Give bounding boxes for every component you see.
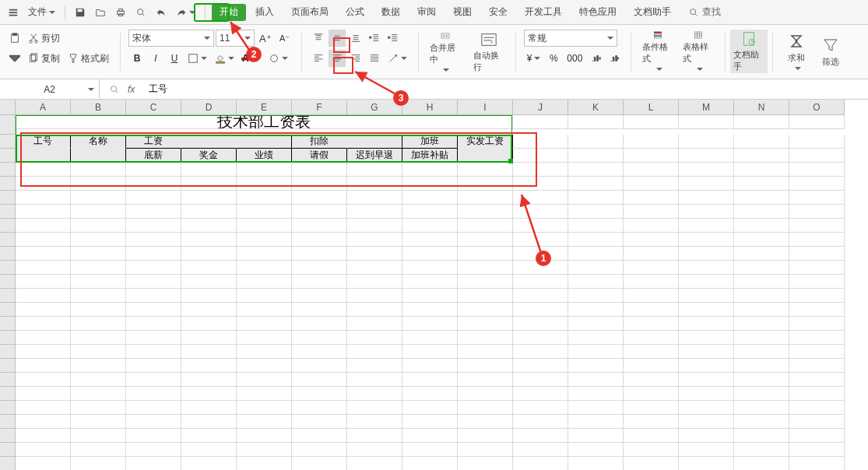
cell[interactable] xyxy=(292,387,347,401)
cell[interactable] xyxy=(624,205,679,219)
cell[interactable] xyxy=(734,359,789,373)
cell[interactable] xyxy=(789,359,845,373)
cell[interactable] xyxy=(458,415,513,429)
col-header-J[interactable]: J xyxy=(513,100,568,115)
cell[interactable] xyxy=(347,219,402,233)
cell[interactable] xyxy=(237,135,292,149)
increase-decimal-icon[interactable] xyxy=(587,50,604,67)
cell[interactable] xyxy=(16,443,71,457)
cell[interactable] xyxy=(71,457,126,470)
cell[interactable] xyxy=(568,163,624,177)
cell[interactable] xyxy=(679,233,734,247)
cell[interactable] xyxy=(402,275,458,289)
cell[interactable] xyxy=(237,401,292,415)
cell[interactable] xyxy=(402,261,458,275)
cell[interactable] xyxy=(624,219,679,233)
tab-4[interactable]: 数据 xyxy=(374,4,408,21)
cell[interactable] xyxy=(513,303,568,317)
cell[interactable] xyxy=(789,457,845,470)
cell[interactable] xyxy=(458,275,513,289)
cell[interactable] xyxy=(513,115,568,129)
cell[interactable] xyxy=(624,359,679,373)
cell[interactable] xyxy=(568,387,624,401)
cell[interactable] xyxy=(71,191,126,205)
row-header-24[interactable] xyxy=(0,443,16,457)
align-bottom-icon[interactable] xyxy=(347,30,364,47)
format-painter[interactable]: 格式刷 xyxy=(65,50,112,67)
cell[interactable] xyxy=(181,219,237,233)
cell[interactable] xyxy=(624,401,679,415)
cell[interactable] xyxy=(679,317,734,331)
cell[interactable] xyxy=(789,331,845,345)
cell[interactable] xyxy=(789,387,845,401)
cell[interactable] xyxy=(181,163,237,177)
cell[interactable] xyxy=(734,115,789,129)
cell[interactable]: 底薪 xyxy=(126,149,181,163)
col-header-E[interactable]: E xyxy=(237,100,292,115)
cell[interactable] xyxy=(402,331,458,345)
cell[interactable] xyxy=(734,177,789,191)
cell[interactable] xyxy=(16,415,71,429)
cell[interactable] xyxy=(513,387,568,401)
cell[interactable] xyxy=(71,275,126,289)
cell[interactable] xyxy=(624,345,679,359)
cell[interactable] xyxy=(734,429,789,443)
font-color-button[interactable]: A xyxy=(239,50,264,67)
cell[interactable] xyxy=(624,261,679,275)
comma-icon[interactable]: 000 xyxy=(564,50,585,67)
cell[interactable] xyxy=(624,457,679,470)
cell[interactable] xyxy=(292,457,347,470)
cell[interactable] xyxy=(789,429,845,443)
cell[interactable] xyxy=(679,261,734,275)
cell[interactable] xyxy=(16,359,71,373)
cell[interactable] xyxy=(237,457,292,470)
cell[interactable] xyxy=(568,135,624,149)
cell[interactable] xyxy=(292,289,347,303)
cell[interactable] xyxy=(181,359,237,373)
cell[interactable] xyxy=(513,233,568,247)
name-box-input[interactable] xyxy=(0,79,99,100)
cell[interactable] xyxy=(679,135,734,149)
cell[interactable] xyxy=(513,429,568,443)
cell[interactable] xyxy=(679,359,734,373)
cell[interactable] xyxy=(71,387,126,401)
row-header-1[interactable] xyxy=(0,115,16,135)
row-header-13[interactable] xyxy=(0,289,16,303)
cell[interactable] xyxy=(679,331,734,345)
cell[interactable] xyxy=(181,457,237,470)
cell[interactable]: 工资 xyxy=(126,135,181,149)
cell[interactable] xyxy=(513,135,568,149)
cell[interactable] xyxy=(458,345,513,359)
cell[interactable] xyxy=(237,429,292,443)
cell[interactable] xyxy=(458,261,513,275)
row-header-17[interactable] xyxy=(0,345,16,359)
cell[interactable] xyxy=(568,289,624,303)
tab-6[interactable]: 视图 xyxy=(445,4,480,21)
cell[interactable] xyxy=(402,177,458,191)
cell[interactable] xyxy=(679,275,734,289)
cell[interactable] xyxy=(181,205,237,219)
cell[interactable] xyxy=(181,303,237,317)
cell[interactable]: 奖金 xyxy=(181,149,237,163)
cell[interactable] xyxy=(126,331,181,345)
cell[interactable] xyxy=(181,247,237,261)
cell[interactable] xyxy=(181,177,237,191)
cell[interactable] xyxy=(181,429,237,443)
cell[interactable] xyxy=(71,289,126,303)
cell[interactable] xyxy=(347,359,402,373)
cell[interactable] xyxy=(126,205,181,219)
cell[interactable] xyxy=(181,387,237,401)
cell[interactable]: 工号 xyxy=(16,135,71,149)
cell[interactable] xyxy=(71,443,126,457)
cell[interactable] xyxy=(789,415,845,429)
cell[interactable] xyxy=(568,317,624,331)
cell[interactable] xyxy=(237,303,292,317)
cell[interactable] xyxy=(181,317,237,331)
cell[interactable] xyxy=(181,135,237,149)
cell[interactable] xyxy=(181,443,237,457)
cell[interactable] xyxy=(624,247,679,261)
cell[interactable] xyxy=(789,373,845,387)
cell[interactable] xyxy=(458,303,513,317)
increase-indent-icon[interactable] xyxy=(385,30,402,47)
cell[interactable] xyxy=(292,317,347,331)
